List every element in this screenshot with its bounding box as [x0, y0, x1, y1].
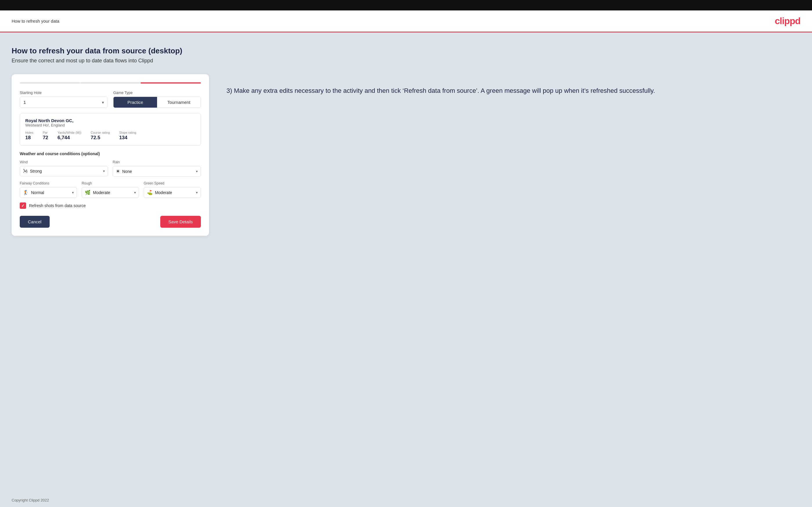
- holes-label: Holes: [25, 131, 33, 134]
- practice-button[interactable]: Practice: [113, 97, 157, 108]
- button-row: Cancel Save Details: [20, 216, 201, 228]
- fairway-label: Fairway Conditions: [20, 181, 77, 185]
- starting-hole-group: Starting Hole 1 ▾: [20, 91, 107, 108]
- rain-icon: ☀: [116, 169, 120, 174]
- starting-hole-select[interactable]: 1: [20, 97, 107, 108]
- rain-group: Rain ☀ None ▾: [113, 160, 201, 177]
- wind-group: Wind 🌬 Strong ▾: [20, 160, 108, 177]
- wind-select[interactable]: 🌬 Strong ▾: [20, 166, 108, 176]
- fairway-group: Fairway Conditions 🏌 Normal ▾: [20, 181, 77, 198]
- par-stat: Par 72: [43, 131, 48, 141]
- green-speed-value: Moderate: [155, 190, 190, 195]
- fairway-value: Normal: [31, 190, 66, 195]
- wind-icon: 🌬: [23, 169, 28, 174]
- rough-value: Moderate: [93, 190, 128, 195]
- green-speed-group: Green Speed ⛳ Moderate ▾: [144, 181, 201, 198]
- starting-hole-select-wrapper[interactable]: 1 ▾: [20, 97, 107, 108]
- green-speed-label: Green Speed: [144, 181, 201, 185]
- fairway-chevron-icon: ▾: [72, 190, 74, 194]
- rain-select[interactable]: ☀ None ▾: [113, 166, 201, 177]
- rain-chevron-icon: ▾: [196, 169, 198, 173]
- fairway-icon: 🏌: [23, 190, 29, 195]
- copyright-text: Copyright Clippd 2022: [12, 498, 49, 502]
- wind-chevron-icon: ▾: [103, 169, 105, 173]
- slope-rating-label: Slope rating: [119, 131, 136, 134]
- rough-group: Rough 🌿 Moderate ▾: [82, 181, 139, 198]
- rough-icon: 🌿: [85, 190, 91, 195]
- slope-rating-value: 134: [119, 135, 136, 141]
- tab-bar-top: [20, 82, 201, 83]
- fairway-select[interactable]: 🏌 Normal ▾: [20, 187, 77, 198]
- game-type-toggle: Practice Tournament: [113, 97, 201, 108]
- green-speed-chevron-icon: ▾: [196, 190, 198, 194]
- tab-indicator-2: [80, 82, 141, 83]
- cancel-button[interactable]: Cancel: [20, 216, 50, 228]
- footer: Copyright Clippd 2022: [0, 493, 812, 507]
- slope-rating-stat: Slope rating 134: [119, 131, 136, 141]
- refresh-label: Refresh shots from data source: [29, 203, 86, 208]
- tab-indicator-3: [141, 82, 201, 83]
- rain-value: None: [122, 169, 190, 174]
- wind-value: Strong: [30, 169, 97, 173]
- yards-label: Yards/White (M)): [57, 131, 81, 134]
- checkmark-icon: ✓: [21, 203, 25, 208]
- clippd-logo: clippd: [775, 16, 800, 26]
- course-info-box: Royal North Devon GC, Westward Ho!, Engl…: [20, 113, 201, 146]
- green-speed-select[interactable]: ⛳ Moderate ▾: [144, 187, 201, 198]
- page-breadcrumb: How to refresh your data: [12, 18, 59, 23]
- game-type-label: Game Type: [113, 91, 201, 95]
- info-text: 3) Make any extra edits necessary to the…: [226, 86, 800, 96]
- rough-chevron-icon: ▾: [134, 190, 136, 194]
- yards-stat: Yards/White (M)) 6,744: [57, 131, 81, 141]
- course-rating-value: 72.5: [91, 135, 110, 141]
- par-value: 72: [43, 135, 48, 141]
- course-name: Royal North Devon GC,: [25, 118, 195, 123]
- course-rating-stat: Course rating 72.5: [91, 131, 110, 141]
- green-speed-icon: ⛳: [147, 190, 153, 195]
- page-subheading: Ensure the correct and most up to date d…: [12, 58, 800, 64]
- wind-label: Wind: [20, 160, 108, 164]
- par-label: Par: [43, 131, 48, 134]
- course-stats: Holes 18 Par 72 Yards/White (M)) 6,744 C…: [25, 131, 195, 141]
- holes-value: 18: [25, 135, 33, 141]
- refresh-checkbox-row: ✓ Refresh shots from data source: [20, 203, 201, 209]
- course-location: Westward Ho!, England: [25, 123, 195, 127]
- conditions-title: Weather and course conditions (optional): [20, 152, 201, 156]
- holes-stat: Holes 18: [25, 131, 33, 141]
- yards-value: 6,744: [57, 135, 81, 141]
- page-title: How to refresh your data from source (de…: [12, 46, 800, 55]
- tournament-button[interactable]: Tournament: [157, 97, 201, 108]
- game-type-group: Game Type Practice Tournament: [113, 91, 201, 108]
- info-panel: 3) Make any extra edits necessary to the…: [226, 74, 800, 96]
- rough-label: Rough: [82, 181, 139, 185]
- save-details-button[interactable]: Save Details: [160, 216, 201, 228]
- starting-hole-label: Starting Hole: [20, 91, 107, 95]
- course-rating-label: Course rating: [91, 131, 110, 134]
- rain-label: Rain: [113, 160, 201, 164]
- refresh-checkbox[interactable]: ✓: [20, 203, 26, 209]
- form-card: Starting Hole 1 ▾ Game Type Practice Tou…: [12, 74, 209, 236]
- rough-select[interactable]: 🌿 Moderate ▾: [82, 187, 139, 198]
- tab-indicator-1: [20, 82, 80, 83]
